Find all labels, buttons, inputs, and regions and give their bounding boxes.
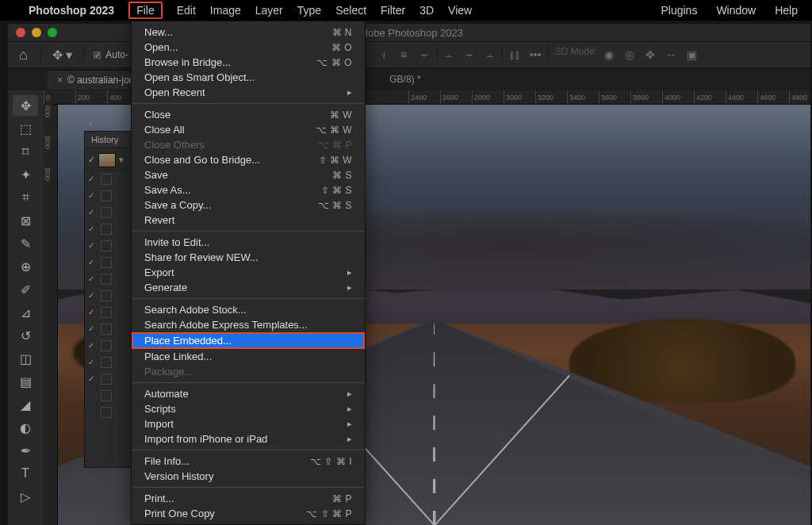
menu-item-package: Package...	[132, 364, 365, 379]
menu-item-close-go-bridge[interactable]: Close and Go to Bridge...⇧ ⌘ W	[132, 152, 365, 167]
panel-close-icon[interactable]: ×	[88, 119, 93, 128]
menu-3d[interactable]: 3D	[419, 4, 434, 17]
gradient-tool[interactable]: ▤	[13, 371, 38, 392]
menu-item-open[interactable]: Open...⌘ O	[132, 40, 365, 55]
app-window: Adobe Photoshop 2023 ⌂ ✥ ▾ ✓ Auto- ⫞ ≡ ⫟…	[8, 24, 810, 525]
align-bottom-icon[interactable]: ⫠	[481, 46, 499, 63]
submenu-arrow-icon: ▸	[347, 87, 352, 98]
menu-item-save-as[interactable]: Save As...⇧ ⌘ S	[132, 182, 365, 197]
menu-item-place-linked[interactable]: Place Linked...	[132, 349, 365, 364]
window-close-button[interactable]	[16, 28, 25, 37]
menu-item-automate[interactable]: Automate▸	[132, 386, 365, 401]
menu-plugins[interactable]: Plugins	[661, 4, 697, 17]
mode3d-label: 3D Mode:	[556, 46, 597, 63]
pen-tool[interactable]: ✒	[13, 440, 38, 461]
document-tab[interactable]: × © australian-jou	[48, 70, 144, 90]
pan-3d-icon[interactable]: ✥	[642, 46, 659, 63]
menu-item-export[interactable]: Export▸	[132, 265, 365, 280]
menu-image[interactable]: Image	[210, 4, 241, 17]
align-right-icon[interactable]: ⫟	[416, 46, 433, 63]
menu-item-import[interactable]: Import▸	[132, 416, 365, 431]
menu-view[interactable]: View	[448, 4, 472, 17]
clone-stamp-tool[interactable]: ⊿	[13, 302, 38, 323]
menu-item-place-embedded[interactable]: Place Embedded...	[132, 332, 365, 349]
path-select-tool[interactable]: ▷	[13, 486, 38, 507]
type-tool[interactable]: T	[13, 463, 38, 484]
menu-item-import-iphone[interactable]: Import from iPhone or iPad▸	[132, 431, 365, 446]
roll-3d-icon[interactable]: ◎	[621, 46, 638, 63]
align-vcenter-icon[interactable]: ⫟	[461, 46, 478, 63]
menu-item-save-copy[interactable]: Save a Copy...⌥ ⌘ S	[132, 197, 365, 213]
menu-item-new[interactable]: New...⌘ N	[132, 25, 365, 40]
menu-item-print-one-copy[interactable]: Print One Copy⌥ ⇧ ⌘ P	[132, 506, 365, 521]
align-hcenter-icon[interactable]: ≡	[395, 46, 412, 63]
menu-file[interactable]: File	[128, 2, 163, 19]
quick-select-tool[interactable]: ✦	[13, 164, 38, 185]
home-icon[interactable]: ⌂	[14, 47, 33, 63]
close-tab-icon[interactable]: ×	[57, 75, 63, 86]
document-info-label: GB/8) *	[389, 74, 420, 85]
eyedropper-tool[interactable]: ✎	[13, 233, 38, 254]
mac-menubar: Photoshop 2023 File Edit Image Layer Typ…	[0, 0, 812, 21]
submenu-arrow-icon: ▸	[347, 434, 352, 444]
align-top-icon[interactable]: ⫠	[440, 46, 458, 63]
dodge-tool[interactable]: ◐	[13, 417, 38, 438]
menu-item-close-others: Close Others⌥ ⌘ P	[132, 137, 365, 152]
menu-item-search-express[interactable]: Search Adobe Express Templates...	[132, 317, 365, 332]
tool-panel: ✥ ⬚ ⌑ ✦ ⌗ ⊠ ✎ ⊕ ✐ ⊿ ↺ ◫ ▤ ◢ ◐ ✒ T ▷	[8, 90, 43, 525]
snapshot-thumb-icon	[98, 153, 116, 167]
menu-help[interactable]: Help	[775, 4, 798, 17]
menu-filter[interactable]: Filter	[381, 4, 405, 17]
submenu-arrow-icon: ▸	[347, 404, 352, 414]
marquee-tool[interactable]: ⬚	[13, 118, 38, 139]
more-icon[interactable]: •••	[527, 46, 544, 63]
menu-item-share-review[interactable]: Share for Review NEW...	[132, 250, 365, 265]
submenu-arrow-icon: ▸	[347, 267, 352, 278]
menu-item-browse-bridge[interactable]: Browse in Bridge...⌥ ⌘ O	[132, 55, 365, 70]
window-minimize-button[interactable]	[32, 28, 41, 37]
camera-3d-icon[interactable]: ▣	[683, 46, 700, 63]
auto-select-label: Auto-	[105, 49, 128, 60]
eraser-tool[interactable]: ◫	[13, 348, 38, 369]
menu-type[interactable]: Type	[297, 4, 321, 17]
menu-layer[interactable]: Layer	[255, 4, 283, 17]
menu-edit[interactable]: Edit	[177, 4, 196, 17]
menu-item-print[interactable]: Print...⌘ P	[132, 491, 365, 506]
brush-tool[interactable]: ✐	[13, 279, 38, 300]
menu-window[interactable]: Window	[716, 4, 756, 17]
menu-item-generate[interactable]: Generate▸	[132, 280, 365, 295]
menu-item-version-history[interactable]: Version History	[132, 469, 365, 484]
submenu-arrow-icon: ▸	[347, 389, 352, 399]
slide-3d-icon[interactable]: ↔	[662, 46, 680, 63]
titlebar: Adobe Photoshop 2023	[8, 24, 810, 41]
menu-item-revert[interactable]: Revert	[132, 213, 365, 228]
auto-select-checkbox[interactable]: ✓ Auto-	[92, 49, 128, 60]
align-left-icon[interactable]: ⫞	[374, 46, 392, 63]
menu-item-scripts[interactable]: Scripts▸	[132, 401, 365, 416]
frame-tool[interactable]: ⊠	[13, 210, 38, 231]
window-zoom-button[interactable]	[48, 28, 57, 37]
menu-select[interactable]: Select	[335, 4, 366, 17]
lasso-tool[interactable]: ⌑	[13, 141, 38, 162]
orbit-3d-icon[interactable]: ◉	[600, 46, 618, 63]
align-group: ⫞ ≡ ⫟ ⫠ ⫟ ⫠ ⫿⫿ ••• 3D Mode: ◉ ◎ ✥ ↔ ▣	[374, 46, 700, 63]
healing-tool[interactable]: ⊕	[13, 256, 38, 277]
document-tabs: × © australian-jou GB/8) *	[8, 68, 810, 90]
distribute-icon[interactable]: ⫿⫿	[506, 46, 523, 63]
menu-item-invite-edit[interactable]: Invite to Edit...	[132, 235, 365, 250]
menu-item-search-stock[interactable]: Search Adobe Stock...	[132, 302, 365, 317]
move-tool-options-icon[interactable]: ✥ ▾	[49, 46, 75, 64]
menu-item-file-info[interactable]: File Info...⌥ ⇧ ⌘ I	[132, 454, 365, 469]
menu-item-save[interactable]: Save⌘ S	[132, 167, 365, 182]
menu-item-open-recent[interactable]: Open Recent▸	[132, 85, 365, 100]
file-dropdown-menu: New...⌘ N Open...⌘ O Browse in Bridge...…	[131, 21, 366, 525]
menu-item-close-all[interactable]: Close All⌥ ⌘ W	[132, 122, 365, 137]
crop-tool[interactable]: ⌗	[13, 187, 38, 208]
options-bar: ⌂ ✥ ▾ ✓ Auto- ⫞ ≡ ⫟ ⫠ ⫟ ⫠ ⫿⫿ ••• 3D Mode…	[8, 41, 810, 68]
document-tab-label: © australian-jou	[67, 75, 134, 86]
menu-item-open-smart-object[interactable]: Open as Smart Object...	[132, 70, 365, 85]
menu-item-close[interactable]: Close⌘ W	[132, 107, 365, 122]
history-brush-tool[interactable]: ↺	[13, 325, 38, 346]
blur-tool[interactable]: ◢	[13, 394, 38, 415]
move-tool[interactable]: ✥	[13, 95, 38, 116]
